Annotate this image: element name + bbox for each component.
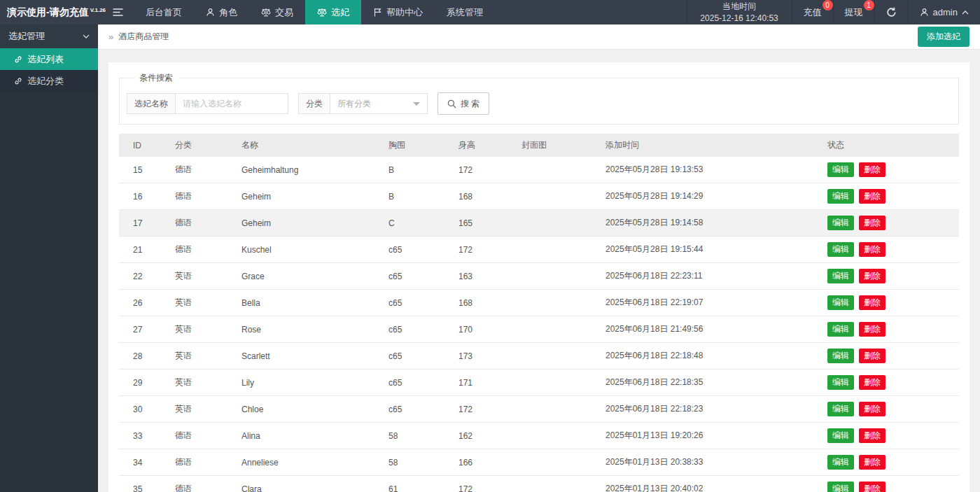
cell-name: Geheim bbox=[234, 183, 382, 210]
flag-icon bbox=[373, 8, 382, 17]
cell-name: Clara bbox=[234, 476, 382, 492]
cell-id: 21 bbox=[119, 237, 168, 263]
cell-status: 编辑删除 bbox=[820, 263, 959, 290]
topbar: 演示使用-请勿充值V.1.26 后台首页 角色 交易 选妃 帮助中心 系统管理 bbox=[0, 0, 980, 24]
nav-item-label: 角色 bbox=[219, 6, 237, 19]
delete-button[interactable]: 删除 bbox=[859, 322, 886, 337]
local-time-label: 当地时间 bbox=[722, 1, 756, 12]
cell-name: Rose bbox=[234, 316, 382, 343]
edit-button[interactable]: 编辑 bbox=[827, 428, 854, 443]
edit-button[interactable]: 编辑 bbox=[827, 242, 854, 257]
edit-button[interactable]: 编辑 bbox=[827, 375, 854, 390]
cell-time: 2025年05月28日 19:14:29 bbox=[598, 183, 820, 210]
nav-item-system[interactable]: 系统管理 bbox=[435, 0, 495, 24]
delete-button[interactable]: 删除 bbox=[859, 216, 886, 230]
withdraw-button[interactable]: 提现 1 bbox=[833, 0, 874, 24]
table-row: 16德语GeheimB1682025年05月28日 19:14:29编辑删除 bbox=[119, 183, 959, 210]
delete-button[interactable]: 删除 bbox=[859, 375, 886, 390]
add-xuanfei-button[interactable]: 添加选妃 bbox=[918, 27, 969, 47]
search-button[interactable]: 搜 索 bbox=[438, 92, 489, 115]
category-select[interactable]: 所有分类 bbox=[330, 93, 428, 114]
cell-cover bbox=[514, 449, 598, 476]
sidebar-toggle-button[interactable] bbox=[102, 0, 134, 24]
search-fieldset: 条件搜索 选妃名称 分类 所有分类 bbox=[119, 72, 959, 125]
cell-category: 英语 bbox=[168, 290, 234, 316]
xuanfei-table: ID 分类 名称 胸围 身高 封面图 添加时间 状态 15德语Geheimhal… bbox=[119, 134, 959, 492]
edit-button[interactable]: 编辑 bbox=[827, 162, 854, 177]
cell-status: 编辑删除 bbox=[820, 157, 959, 183]
sidebar-group-xuanfei-management[interactable]: 选妃管理 bbox=[0, 24, 98, 48]
delete-button[interactable]: 删除 bbox=[859, 482, 886, 492]
cell-name: Geheimhaltung bbox=[234, 157, 382, 183]
delete-button[interactable]: 删除 bbox=[859, 189, 886, 204]
cell-name: Grace bbox=[234, 263, 382, 290]
delete-button[interactable]: 删除 bbox=[859, 242, 886, 257]
cell-status: 编辑删除 bbox=[820, 370, 959, 396]
edit-button[interactable]: 编辑 bbox=[827, 295, 854, 310]
nav-item-home[interactable]: 后台首页 bbox=[134, 0, 194, 24]
cell-name: Kuschel bbox=[234, 237, 382, 263]
edit-button[interactable]: 编辑 bbox=[827, 269, 854, 283]
cell-id: 26 bbox=[119, 290, 168, 316]
cell-name: Anneliese bbox=[234, 449, 382, 476]
xuanfei-name-input[interactable] bbox=[175, 93, 288, 114]
withdraw-badge: 1 bbox=[864, 0, 874, 10]
edit-button[interactable]: 编辑 bbox=[827, 216, 854, 230]
recharge-button[interactable]: 充值 0 bbox=[792, 0, 833, 24]
delete-button[interactable]: 删除 bbox=[859, 428, 886, 443]
delete-button[interactable]: 删除 bbox=[859, 162, 886, 177]
nav-item-help-center[interactable]: 帮助中心 bbox=[361, 0, 435, 24]
cell-cover bbox=[514, 210, 598, 237]
sidebar-group-label: 选妃管理 bbox=[8, 30, 45, 43]
cell-id: 29 bbox=[119, 370, 168, 396]
table-row: 21德语Kuschelc651722025年05月28日 19:15:44编辑删… bbox=[119, 237, 959, 263]
sidebar-item-xuanfei-category[interactable]: 选妃分类 bbox=[0, 70, 98, 92]
table-row: 22英语Gracec651632025年06月18日 22:23:11编辑删除 bbox=[119, 263, 959, 290]
cell-height: 171 bbox=[451, 370, 514, 396]
edit-button[interactable]: 编辑 bbox=[827, 455, 854, 470]
cell-status: 编辑删除 bbox=[820, 210, 959, 237]
cell-bust: c65 bbox=[382, 237, 451, 263]
edit-button[interactable]: 编辑 bbox=[827, 402, 854, 416]
cell-bust: 61 bbox=[382, 476, 451, 492]
cell-bust: c65 bbox=[382, 343, 451, 370]
nav-item-roles[interactable]: 角色 bbox=[194, 0, 249, 24]
nav-item-label: 帮助中心 bbox=[386, 6, 423, 19]
cell-name: Lily bbox=[234, 370, 382, 396]
edit-button[interactable]: 编辑 bbox=[827, 189, 854, 204]
cell-name: Bella bbox=[234, 290, 382, 316]
edit-button[interactable]: 编辑 bbox=[827, 349, 854, 363]
user-menu[interactable]: admin bbox=[908, 0, 980, 24]
app-logo: 演示使用-请勿充值V.1.26 bbox=[0, 0, 102, 24]
cell-bust: c65 bbox=[382, 263, 451, 290]
cell-id: 28 bbox=[119, 343, 168, 370]
cell-cover bbox=[514, 476, 598, 492]
cell-category: 英语 bbox=[168, 343, 234, 370]
sidebar-item-xuanfei-list[interactable]: 选妃列表 bbox=[0, 48, 98, 70]
name-input-group: 选妃名称 bbox=[127, 93, 288, 114]
delete-button[interactable]: 删除 bbox=[859, 402, 886, 416]
refresh-button[interactable] bbox=[874, 0, 908, 24]
delete-button[interactable]: 删除 bbox=[859, 269, 886, 283]
refresh-icon bbox=[886, 7, 897, 17]
nav-item-xuanfei[interactable]: 选妃 bbox=[305, 0, 361, 24]
edit-button[interactable]: 编辑 bbox=[827, 322, 854, 337]
delete-button[interactable]: 删除 bbox=[859, 455, 886, 470]
recharge-badge: 0 bbox=[822, 0, 833, 10]
table-row: 15德语GeheimhaltungB1722025年05月28日 19:13:5… bbox=[119, 157, 959, 183]
delete-button[interactable]: 删除 bbox=[859, 295, 886, 310]
table-row: 35德语Clara611722025年01月13日 20:40:02编辑删除 bbox=[119, 476, 959, 492]
cell-bust: C bbox=[382, 210, 451, 237]
app-title: 演示使用-请勿充值 bbox=[7, 6, 89, 19]
cell-height: 168 bbox=[451, 183, 514, 210]
topbar-right: 当地时间 2025-12-16 12:40:53 充值 0 提现 1 admin bbox=[687, 0, 980, 24]
cell-cover bbox=[514, 263, 598, 290]
nav-item-trade[interactable]: 交易 bbox=[249, 0, 305, 24]
link-icon bbox=[14, 55, 22, 64]
edit-button[interactable]: 编辑 bbox=[827, 482, 854, 492]
table-row: 30英语Chloec651722025年06月18日 22:18:23编辑删除 bbox=[119, 396, 959, 423]
delete-button[interactable]: 删除 bbox=[859, 349, 886, 363]
cell-cover bbox=[514, 290, 598, 316]
category-select-label: 分类 bbox=[298, 93, 330, 114]
sidebar-item-label: 选妃分类 bbox=[27, 75, 64, 87]
